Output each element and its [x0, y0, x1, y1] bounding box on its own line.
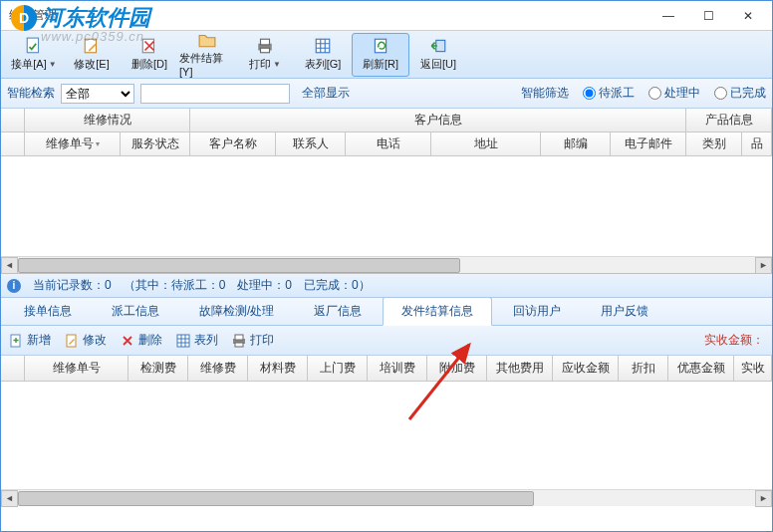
list-columns-button[interactable]: 表列[G]	[294, 33, 352, 77]
settlement-hscrollbar[interactable]: ◄ ►	[1, 489, 772, 506]
col2-repair-fee[interactable]: 维修费	[188, 356, 248, 381]
col-brand[interactable]: 品	[742, 133, 772, 155]
titlebar: 维修管理 — ☐ ✕	[1, 1, 772, 31]
close-button[interactable]: ✕	[728, 2, 768, 30]
detail-tabs: 接单信息 派工信息 故障检测/处理 返厂信息 发件结算信息 回访用户 用户反馈	[1, 298, 772, 326]
scroll-left-icon[interactable]: ◄	[1, 490, 18, 507]
tab-return[interactable]: 返厂信息	[295, 297, 381, 325]
svg-rect-11	[177, 335, 189, 347]
radio-processing[interactable]: 处理中	[648, 85, 700, 102]
main-grid: 维修情况 客户信息 产品信息 维修单号▾ 服务状态 客户名称 联系人 电话 地址…	[1, 109, 772, 274]
tab-feedback[interactable]: 用户反馈	[582, 297, 667, 325]
scroll-left-icon[interactable]: ◄	[1, 257, 18, 274]
svg-rect-13	[235, 335, 243, 340]
scroll-thumb[interactable]	[18, 491, 534, 506]
sub-edit-button[interactable]: 修改	[65, 332, 107, 349]
accept-order-button[interactable]: 接单[A]▼	[5, 33, 63, 77]
sub-print-button[interactable]: 打印	[232, 332, 274, 349]
svg-rect-6	[316, 39, 330, 53]
back-button[interactable]: 返回[U]	[409, 33, 467, 77]
actual-amount-label: 实收金额：	[704, 332, 764, 349]
col2-actual[interactable]: 实收	[734, 356, 772, 381]
maximize-button[interactable]: ☐	[688, 2, 728, 30]
back-arrow-icon	[429, 37, 447, 55]
grid-hscrollbar[interactable]: ◄ ►	[1, 256, 772, 273]
settlement-grid-body	[1, 382, 772, 489]
smart-search-label: 智能检索	[7, 85, 55, 102]
col-category[interactable]: 类别	[686, 133, 742, 155]
col2-material-fee[interactable]: 材料费	[248, 356, 308, 381]
col-phone[interactable]: 电话	[346, 133, 431, 155]
add-document-icon	[9, 334, 23, 348]
sub-delete-button[interactable]: 删除	[121, 332, 162, 349]
info-icon: i	[7, 279, 21, 293]
record-count: 当前记录数：0	[33, 277, 112, 294]
col2-order-no[interactable]: 维修单号	[25, 356, 129, 381]
row-selector-col	[1, 109, 25, 132]
scroll-track[interactable]	[18, 257, 755, 274]
col2-coupon[interactable]: 优惠金额	[668, 356, 734, 381]
minimize-button[interactable]: —	[648, 2, 688, 30]
table-icon	[314, 37, 332, 55]
window-title: 维修管理	[5, 7, 648, 24]
svg-rect-5	[261, 48, 270, 53]
radio-pending[interactable]: 待派工	[583, 85, 635, 102]
col-zip[interactable]: 邮编	[541, 133, 611, 155]
chevron-down-icon: ▼	[273, 60, 281, 69]
scroll-right-icon[interactable]: ►	[755, 257, 772, 274]
sort-icon: ▾	[96, 139, 100, 148]
svg-rect-10	[67, 335, 76, 347]
scope-select[interactable]: 全部	[61, 84, 134, 104]
refresh-icon	[372, 37, 389, 55]
sub-add-button[interactable]: 新增	[9, 332, 51, 349]
row-selector-col	[1, 133, 25, 155]
scroll-track[interactable]	[18, 490, 755, 507]
tab-fault[interactable]: 故障检测/处理	[180, 297, 293, 325]
radio-done[interactable]: 已完成	[714, 85, 766, 102]
status-detail: （其中：待派工：0 处理中：0 已完成：0）	[124, 277, 371, 294]
printer-icon	[232, 334, 246, 348]
delete-x-icon	[140, 37, 158, 55]
col2-inspect-fee[interactable]: 检测费	[129, 356, 188, 381]
settle-button[interactable]: 发件结算[Y]	[178, 33, 236, 77]
col2-discount[interactable]: 折扣	[619, 356, 668, 381]
smart-filter-label: 智能筛选	[521, 85, 569, 102]
tab-dispatch[interactable]: 派工信息	[93, 297, 178, 325]
settlement-grid-header: 维修单号 检测费 维修费 材料费 上门费 培训费 附加费 其他费用 应收金额 折…	[1, 356, 772, 382]
delete-x-icon	[121, 334, 134, 348]
scroll-thumb[interactable]	[18, 258, 460, 273]
search-input[interactable]	[140, 84, 290, 104]
svg-rect-8	[436, 40, 445, 51]
grid-body-empty	[1, 156, 772, 256]
table-icon	[176, 334, 190, 348]
grid-column-header: 维修单号▾ 服务状态 客户名称 联系人 电话 地址 邮编 电子邮件 类别 品	[1, 133, 772, 156]
col-contact[interactable]: 联系人	[276, 133, 346, 155]
col-email[interactable]: 电子邮件	[611, 133, 686, 155]
col2-visit-fee[interactable]: 上门费	[308, 356, 368, 381]
col-order-no[interactable]: 维修单号▾	[25, 133, 121, 155]
col2-receivable[interactable]: 应收金额	[553, 356, 619, 381]
scroll-right-icon[interactable]: ►	[755, 490, 772, 507]
group-product: 产品信息	[686, 109, 772, 132]
pencil-icon	[83, 37, 101, 55]
col-address[interactable]: 地址	[431, 133, 541, 155]
filter-bar: 智能检索 全部 全部显示 智能筛选 待派工 处理中 已完成	[1, 79, 772, 109]
col-customer[interactable]: 客户名称	[190, 133, 276, 155]
grid-group-header: 维修情况 客户信息 产品信息	[1, 109, 772, 133]
edit-button[interactable]: 修改[E]	[63, 33, 121, 77]
refresh-button[interactable]: 刷新[R]	[352, 33, 409, 77]
folder-send-icon	[198, 31, 216, 49]
col2-extra-fee[interactable]: 附加费	[427, 356, 487, 381]
col2-train-fee[interactable]: 培训费	[368, 356, 427, 381]
show-all-link[interactable]: 全部显示	[302, 85, 350, 102]
col2-other-fee[interactable]: 其他费用	[487, 356, 553, 381]
tab-order-info[interactable]: 接单信息	[5, 297, 91, 325]
sub-list-button[interactable]: 表列	[176, 332, 218, 349]
tab-settlement[interactable]: 发件结算信息	[383, 297, 492, 326]
tab-followup[interactable]: 回访用户	[494, 297, 580, 325]
delete-button[interactable]: 删除[D]	[121, 33, 178, 77]
col-status[interactable]: 服务状态	[121, 133, 190, 155]
print-button[interactable]: 打印▼	[236, 33, 294, 77]
chevron-down-icon: ▼	[49, 60, 57, 69]
document-check-icon	[25, 37, 43, 55]
